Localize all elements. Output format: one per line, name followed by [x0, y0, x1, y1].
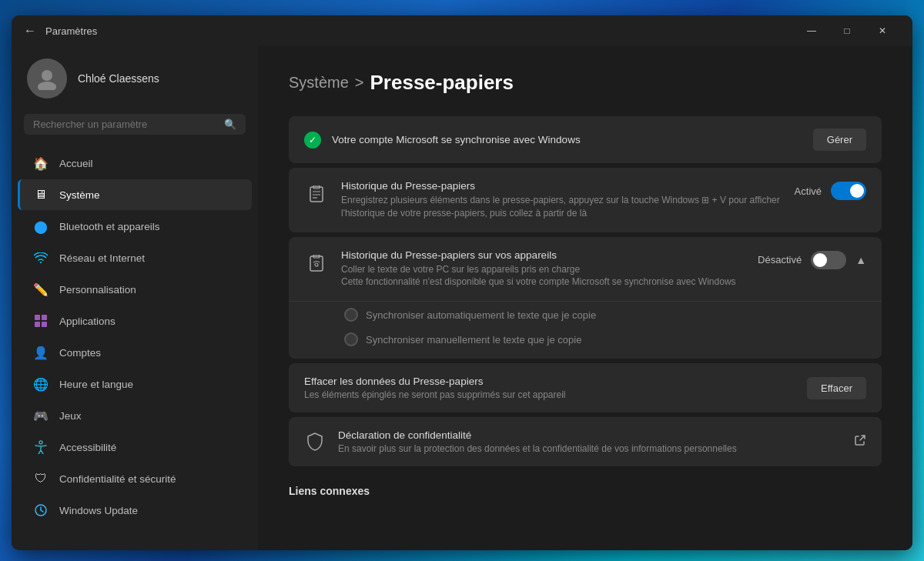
breadcrumb-parent: Système	[289, 74, 349, 92]
svg-rect-2	[35, 315, 40, 320]
security-icon: 🛡	[33, 471, 49, 486]
sidebar-item-label: Applications	[59, 316, 116, 327]
gaming-icon: 🎮	[33, 408, 49, 423]
sync-auto-label: Synchroniser automatiquement le texte qu…	[366, 309, 596, 321]
sidebar-item-label: Personnalisation	[59, 284, 136, 296]
historique-appareils-toggle[interactable]	[811, 251, 846, 269]
accounts-icon: 👤	[33, 345, 49, 360]
historique-title: Historique du Presse-papiers	[341, 180, 782, 192]
minimize-button[interactable]: —	[794, 18, 829, 43]
historique-appareils-desc2: Cette fonctionnalité n'est disponible qu…	[341, 275, 745, 289]
svg-point-1	[38, 82, 56, 90]
svg-point-15	[315, 263, 318, 266]
update-icon	[33, 503, 49, 518]
sidebar-item-label: Réseau et Internet	[59, 252, 145, 264]
toggle-thumb	[850, 184, 864, 198]
sidebar-item-label: Bluetooth et appareils	[59, 221, 160, 232]
sync-card: ✓ Votre compte Microsoft se synchronise …	[289, 116, 882, 163]
profile-name: Chloé Claessens	[78, 72, 159, 85]
historique-status: Activé	[795, 185, 822, 197]
sync-manual-radio[interactable]: Synchroniser manuellement le texte que j…	[344, 332, 866, 346]
historique-appareils-title: Historique du Presse-papiers sur vos app…	[341, 249, 745, 261]
sidebar: Chloé Claessens 🔍 🏠 Accueil 🖥 Système ⬤	[12, 46, 258, 550]
search-icon: 🔍	[224, 119, 236, 130]
sidebar-item-jeux[interactable]: 🎮 Jeux	[18, 400, 252, 431]
shield-icon	[304, 431, 326, 452]
sidebar-item-heure[interactable]: 🌐 Heure et langue	[18, 369, 252, 399]
titlebar: ← Paramètres — □ ✕	[12, 15, 912, 46]
back-button[interactable]: ←	[24, 24, 36, 38]
content-area: Chloé Claessens 🔍 🏠 Accueil 🖥 Système ⬤	[12, 46, 912, 550]
svg-point-6	[39, 441, 42, 444]
sidebar-item-label: Heure et langue	[59, 379, 133, 390]
historique-appareils-card: Historique du Presse-papiers sur vos app…	[289, 237, 882, 359]
historique-appareils-status: Désactivé	[758, 254, 802, 265]
sidebar-item-personnalisation[interactable]: ✏️ Personnalisation	[18, 274, 252, 305]
sidebar-item-label: Système	[59, 189, 100, 201]
sync-options-subsection: Synchroniser automatiquement le texte qu…	[289, 301, 882, 359]
sync-status-icon: ✓	[304, 132, 321, 149]
accessibility-icon	[33, 439, 49, 455]
breadcrumb-separator: >	[355, 74, 364, 92]
historique-card: Historique du Presse-papiers Enregistrez…	[289, 168, 882, 232]
expand-collapse-button[interactable]: ▲	[855, 254, 866, 266]
sidebar-item-bluetooth[interactable]: ⬤ Bluetooth et appareils	[18, 211, 252, 242]
svg-point-0	[42, 70, 52, 81]
close-button[interactable]: ✕	[865, 18, 900, 43]
search-box[interactable]: 🔍	[24, 114, 246, 135]
manage-button[interactable]: Gérer	[813, 129, 866, 151]
sidebar-item-systeme[interactable]: 🖥 Système	[18, 179, 252, 210]
network-icon	[33, 250, 49, 265]
apps-icon	[33, 313, 49, 329]
search-input[interactable]	[33, 119, 218, 130]
sidebar-item-label: Accessibilité	[59, 442, 116, 453]
sidebar-item-windows-update[interactable]: Windows Update	[18, 495, 252, 526]
settings-window: ← Paramètres — □ ✕ Chloé Claessens	[12, 15, 912, 550]
main-content: Système > Presse-papiers ✓ Votre compte …	[258, 46, 912, 550]
breadcrumb-current: Presse-papiers	[370, 71, 514, 95]
effacer-card: Effacer les données du Presse-papiers Le…	[289, 363, 882, 412]
sync-text: Votre compte Microsoft se synchronise av…	[332, 134, 802, 145]
effacer-title: Effacer les données du Presse-papiers	[304, 376, 807, 387]
avatar	[27, 58, 67, 99]
declaration-title: Déclaration de confidentialité	[338, 429, 842, 441]
liens-connexes-title: Liens connexes	[289, 485, 882, 497]
historique-toggle[interactable]	[831, 182, 866, 200]
sidebar-item-reseau[interactable]: Réseau et Internet	[18, 242, 252, 273]
sidebar-item-label: Accueil	[59, 158, 93, 169]
historique-desc: Enregistrez plusieurs éléments dans le p…	[341, 194, 782, 220]
sync-manual-label: Synchroniser manuellement le texte que j…	[366, 334, 581, 346]
sidebar-item-label: Confidentialité et sécurité	[59, 473, 176, 485]
effacer-desc: Les éléments épinglés ne seront pas supp…	[304, 389, 807, 400]
radio-circle	[344, 308, 358, 322]
historique-appareils-desc1: Coller le texte de votre PC sur les appa…	[341, 263, 745, 276]
bluetooth-icon: ⬤	[33, 219, 49, 234]
titlebar-title: Paramètres	[45, 25, 794, 37]
system-icon: 🖥	[33, 187, 49, 202]
profile-section: Chloé Claessens	[12, 46, 258, 114]
maximize-button[interactable]: □	[829, 18, 865, 43]
time-icon: 🌐	[33, 376, 49, 392]
sidebar-item-accessibilite[interactable]: Accessibilité	[18, 432, 252, 462]
clipboard-history-icon	[304, 182, 329, 206]
sidebar-item-confidentialite[interactable]: 🛡 Confidentialité et sécurité	[18, 463, 252, 494]
sidebar-item-applications[interactable]: Applications	[18, 306, 252, 336]
svg-rect-3	[42, 315, 47, 320]
svg-rect-5	[42, 322, 47, 327]
window-controls: — □ ✕	[794, 18, 900, 43]
declaration-desc: En savoir plus sur la protection des don…	[338, 443, 842, 454]
breadcrumb: Système > Presse-papiers	[289, 71, 882, 95]
sidebar-item-comptes[interactable]: 👤 Comptes	[18, 337, 252, 368]
sidebar-item-accueil[interactable]: 🏠 Accueil	[18, 148, 252, 179]
sidebar-item-label: Comptes	[59, 347, 101, 359]
clipboard-sync-icon	[304, 251, 329, 275]
sidebar-item-label: Jeux	[59, 410, 82, 422]
declaration-card[interactable]: Déclaration de confidentialité En savoir…	[289, 417, 882, 466]
home-icon: 🏠	[33, 155, 49, 171]
sidebar-item-label: Windows Update	[59, 505, 138, 516]
external-link-icon	[854, 434, 866, 449]
sync-auto-radio[interactable]: Synchroniser automatiquement le texte qu…	[344, 308, 866, 322]
svg-rect-4	[35, 322, 40, 327]
effacer-button[interactable]: Effacer	[807, 377, 866, 399]
radio-circle-2	[344, 332, 358, 346]
